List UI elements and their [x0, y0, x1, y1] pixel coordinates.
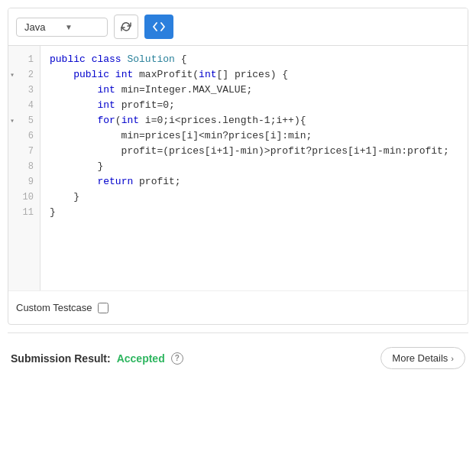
- code-line-4: int profit=0;: [50, 98, 458, 113]
- chevron-right-icon: ›: [451, 354, 454, 363]
- code-line-5: for(int i=0;i<prices.length-1;i++){: [50, 113, 458, 128]
- line-num-4: 4: [8, 98, 40, 113]
- refresh-button[interactable]: [114, 15, 138, 39]
- more-details-label: More Details: [392, 352, 448, 364]
- chevron-down-icon: ▼: [65, 23, 99, 31]
- testcase-section: Custom Testcase: [8, 290, 468, 324]
- line-num-8: 8: [8, 159, 40, 174]
- code-line-3: int min=Integer.MAX_VALUE;: [50, 83, 458, 98]
- editor-container: Java ▼ 1 ▾2 3 4 ▾5 6 7 8 9 10: [8, 8, 468, 325]
- code-line-10: }: [50, 190, 458, 205]
- code-editor: 1 ▾2 3 4 ▾5 6 7 8 9 10 11 public class S…: [8, 46, 468, 290]
- line-num-10: 10: [8, 190, 40, 205]
- line-num-7: 7: [8, 144, 40, 159]
- refresh-icon: [121, 21, 131, 32]
- info-icon[interactable]: ?: [171, 352, 183, 365]
- line-num-1: 1: [8, 52, 40, 67]
- code-line-11: }: [50, 205, 458, 220]
- code-content[interactable]: public class Solution { public int maxPr…: [40, 46, 468, 290]
- line-num-5: ▾5: [8, 113, 40, 128]
- line-num-3: 3: [8, 83, 40, 98]
- line-num-6: 6: [8, 128, 40, 144]
- testcase-checkbox[interactable]: [98, 303, 108, 313]
- line-num-2: ▾2: [8, 67, 40, 83]
- toolbar: Java ▼: [8, 8, 468, 46]
- line-num-9: 9: [8, 174, 40, 190]
- code-line-1: public class Solution {: [50, 52, 458, 67]
- code-line-9: return profit;: [50, 174, 458, 190]
- result-status: Accepted: [117, 352, 165, 365]
- language-select[interactable]: Java ▼: [16, 18, 108, 37]
- code-line-6: min=prices[i]<min?prices[i]:min;: [50, 128, 458, 144]
- line-numbers: 1 ▾2 3 4 ▾5 6 7 8 9 10 11: [8, 46, 40, 290]
- testcase-label: Custom Testcase: [16, 302, 92, 313]
- code-line-2: public int maxProfit(int[] prices) {: [50, 67, 458, 83]
- line-num-11: 11: [8, 205, 40, 220]
- code-button[interactable]: [144, 15, 173, 39]
- language-label: Java: [24, 21, 59, 33]
- code-line-7: profit=(prices[i+1]-min)>profit?prices[i…: [50, 144, 458, 159]
- code-icon: [153, 22, 165, 31]
- result-label: Submission Result:: [11, 352, 111, 365]
- result-section: Submission Result: Accepted ? More Detai…: [0, 333, 476, 383]
- more-details-button[interactable]: More Details ›: [380, 347, 465, 369]
- code-line-8: }: [50, 159, 458, 174]
